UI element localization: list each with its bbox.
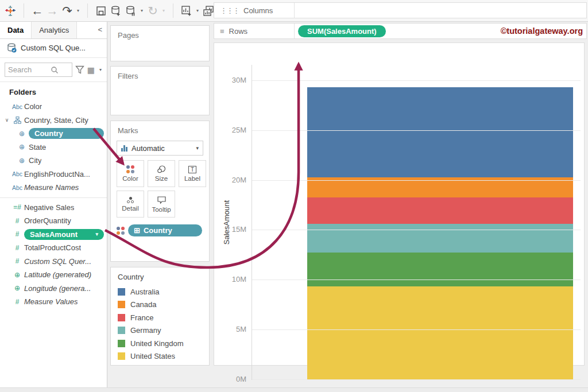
field-longitude-genera[interactable]: ⊕Longitude (genera... bbox=[0, 282, 107, 296]
field-color[interactable]: AbcColor bbox=[0, 100, 107, 114]
detail-button[interactable]: Detail bbox=[117, 191, 144, 218]
field-country[interactable]: ⊕Country bbox=[0, 127, 107, 141]
legend-label: United States bbox=[130, 352, 175, 360]
legend-swatch bbox=[118, 314, 125, 321]
replay-caret[interactable]: ▾ bbox=[75, 8, 81, 13]
legend-item-united-kingdom[interactable]: United Kingdom bbox=[111, 337, 209, 350]
bar-segment-france[interactable] bbox=[307, 197, 573, 224]
bar-segment-canada[interactable] bbox=[307, 177, 573, 197]
field-label: Negative Sales bbox=[24, 203, 74, 212]
field-totalproductcost[interactable]: #TotalProductCost bbox=[0, 241, 107, 255]
new-datasource-button[interactable] bbox=[109, 3, 123, 18]
bar-segment-germany[interactable] bbox=[307, 224, 573, 253]
abc-icon: Abc bbox=[10, 103, 24, 110]
field-list: AbcColor∨Country, State, City⊕Country⊕St… bbox=[0, 100, 107, 309]
status-bar bbox=[0, 387, 588, 392]
field-measure-values[interactable]: #Measure Values bbox=[0, 295, 107, 309]
legend-swatch bbox=[118, 340, 125, 347]
y-axis-ticks: 0M5M10M15M20M25M30M bbox=[214, 65, 251, 380]
legend-item-australia[interactable]: Australia bbox=[111, 285, 209, 298]
field-country-state-city[interactable]: ∨Country, State, City bbox=[0, 114, 107, 127]
color-button[interactable]: Color bbox=[117, 160, 144, 187]
field-salesamount[interactable]: #SalesAmount▾ bbox=[0, 228, 107, 242]
rows-shelf[interactable]: ≡ Rows SUM(SalesAmount) ©tutorialgateway… bbox=[214, 23, 587, 39]
country-color-pill[interactable]: ⊞ Country bbox=[128, 224, 202, 236]
label-button[interactable]: T Label bbox=[179, 160, 206, 187]
field-englishproductna[interactable]: AbcEnglishProductNa... bbox=[0, 168, 107, 181]
divider bbox=[173, 3, 173, 18]
view-options-caret[interactable]: ▾ bbox=[98, 67, 103, 72]
hash-icon: # bbox=[10, 217, 24, 225]
field-state[interactable]: ⊕State bbox=[0, 141, 107, 154]
new-worksheet-button[interactable] bbox=[180, 3, 194, 18]
hierarchy-expander-icon[interactable]: ∨ bbox=[3, 117, 10, 123]
tooltip-button[interactable]: Tooltip bbox=[148, 191, 175, 218]
pill-menu-caret[interactable]: ▾ bbox=[95, 231, 98, 237]
filters-shelf[interactable]: Filters bbox=[110, 66, 210, 115]
pause-auto-updates-button[interactable] bbox=[124, 3, 138, 18]
field-latitude-generated[interactable]: ⊕Latitude (generated) bbox=[0, 268, 107, 282]
marks-card: Marks Automatic ▾ Color Size T Label bbox=[110, 121, 210, 262]
run-update-button[interactable]: ↻ bbox=[146, 3, 160, 18]
undo-button[interactable]: ← bbox=[30, 3, 44, 18]
field-label: EnglishProductNa... bbox=[24, 170, 90, 178]
mark-type-dropdown[interactable]: Automatic ▾ bbox=[117, 141, 203, 156]
globe-icon: ⊕ bbox=[10, 284, 24, 292]
field-negative-sales[interactable]: =#Negative Sales bbox=[0, 201, 107, 215]
replay-button[interactable]: ↷ bbox=[60, 3, 74, 18]
pause-auto-updates-caret[interactable]: ▾ bbox=[139, 8, 145, 13]
field-label: Longitude (genera... bbox=[24, 284, 91, 293]
gridline-20M bbox=[252, 180, 581, 181]
field-city[interactable]: ⊕City bbox=[0, 154, 107, 168]
field-measure-names[interactable]: AbcMeasure Names bbox=[0, 181, 107, 195]
field-label: Color bbox=[24, 102, 42, 111]
bar-segment-united-states[interactable] bbox=[307, 286, 573, 380]
legend-item-united-states[interactable]: United States bbox=[111, 350, 209, 363]
color-legend-card: Country AustraliaCanadaFranceGermanyUnit… bbox=[110, 267, 210, 366]
tableau-logo-icon bbox=[3, 3, 17, 18]
legend-swatch bbox=[118, 288, 125, 296]
abc-icon: Abc bbox=[10, 184, 24, 191]
size-circles-icon bbox=[157, 165, 166, 173]
legend-item-germany[interactable]: Germany bbox=[111, 324, 209, 337]
mark-type-caret[interactable]: ▾ bbox=[196, 145, 199, 151]
color-dots-icon bbox=[117, 227, 125, 235]
divider bbox=[24, 3, 24, 18]
redo-button[interactable]: → bbox=[45, 3, 59, 18]
legend-label: Canada bbox=[130, 300, 157, 309]
field-orderquantity[interactable]: #OrderQuantity bbox=[0, 214, 107, 228]
datasource-item[interactable]: Custom SQL Que... bbox=[0, 39, 107, 58]
pages-shelf[interactable]: Pages bbox=[110, 25, 210, 61]
legend-label: Germany bbox=[130, 326, 161, 335]
field-custom-sql-quer[interactable]: #Custom SQL Quer... bbox=[0, 255, 107, 269]
new-worksheet-caret[interactable]: ▾ bbox=[195, 8, 200, 13]
divider bbox=[87, 3, 88, 18]
chart-pane[interactable] bbox=[252, 65, 581, 380]
bar-segment-united-kingdom[interactable] bbox=[307, 253, 573, 286]
save-button[interactable] bbox=[94, 3, 108, 18]
search-input[interactable] bbox=[8, 65, 51, 74]
bar-segment-australia[interactable] bbox=[307, 87, 573, 177]
run-update-caret[interactable]: ▾ bbox=[161, 8, 167, 13]
size-button[interactable]: Size bbox=[148, 160, 175, 187]
columns-shelf[interactable]: ⋮⋮⋮ Columns bbox=[214, 2, 587, 18]
hierarchy-icon bbox=[10, 117, 24, 124]
collapse-pane-icon[interactable]: < bbox=[93, 22, 107, 38]
pages-label: Pages bbox=[111, 26, 209, 40]
legend-item-canada[interactable]: Canada bbox=[111, 298, 209, 312]
label-label: Label bbox=[184, 175, 200, 182]
view-data-grid-icon[interactable]: ▦ bbox=[87, 65, 95, 75]
legend-label: France bbox=[130, 313, 153, 322]
search-input-box[interactable] bbox=[5, 63, 72, 77]
abc-icon: Abc bbox=[10, 170, 24, 177]
tab-data[interactable]: Data bbox=[0, 22, 31, 38]
gridline-15M bbox=[252, 230, 581, 230]
filter-icon[interactable] bbox=[75, 65, 84, 74]
stacked-bar[interactable] bbox=[307, 87, 573, 380]
chart-view: SalesAmount 0M5M10M15M20M25M30M bbox=[214, 42, 585, 366]
columns-text: Columns bbox=[243, 6, 273, 15]
tab-analytics[interactable]: Analytics bbox=[31, 22, 77, 38]
legend-item-france[interactable]: France bbox=[111, 311, 209, 324]
sum-salesamount-pill[interactable]: SUM(SalesAmount) bbox=[298, 25, 386, 37]
marks-pill-row: ⊞ Country bbox=[117, 224, 209, 236]
